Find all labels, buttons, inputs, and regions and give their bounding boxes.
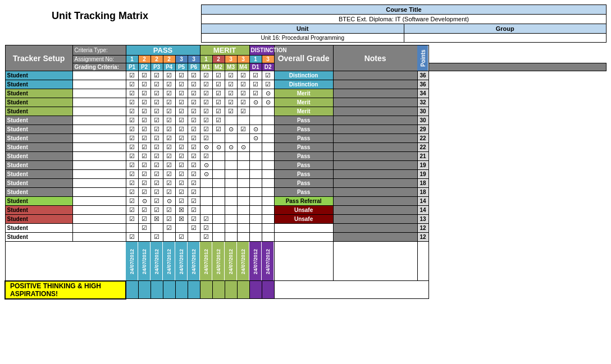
date-cell: 24/07/2012	[138, 242, 151, 281]
notes-cell	[333, 179, 417, 188]
grade-cell: ☑	[175, 80, 188, 89]
overall-grade-cell	[274, 233, 333, 242]
grade-m4: M4	[237, 63, 249, 71]
grade-cell: ☑	[163, 206, 175, 215]
grade-cell	[212, 134, 225, 143]
notes-cell	[333, 224, 417, 233]
grade-cell: ☑	[225, 80, 237, 89]
grade-cell: ☑	[163, 152, 175, 161]
notes-cell	[333, 143, 417, 152]
grade-p3: P3	[151, 63, 163, 71]
grade-cell: ☑	[237, 107, 249, 116]
grade-cell	[200, 206, 212, 215]
criteria-cell	[72, 233, 126, 242]
points-cell: 29	[417, 125, 428, 134]
overall-grade-cell: Pass	[274, 143, 333, 152]
grade-cell: ☑	[138, 152, 151, 161]
notes-cell	[333, 170, 417, 179]
grade-cell: ☑	[138, 134, 151, 143]
grade-cell	[212, 215, 225, 224]
grade-cell	[212, 179, 225, 188]
grade-cell: ☑	[200, 80, 212, 89]
points-cell: 18	[417, 179, 428, 188]
grade-cell: ☑	[188, 152, 200, 161]
grade-cell	[212, 233, 225, 242]
grade-cell	[249, 116, 262, 125]
grade-cell: ☑	[126, 98, 138, 107]
grade-cell: ☑	[126, 170, 138, 179]
grade-cell: ☑	[126, 161, 138, 170]
student-name: Student	[5, 188, 72, 197]
grade-cell: ☑	[126, 206, 138, 215]
overall-grade-cell	[274, 224, 333, 233]
grade-cell	[237, 116, 249, 125]
grade-cell	[237, 188, 249, 197]
criteria-cell	[72, 179, 126, 188]
grade-p4: P4	[163, 63, 175, 71]
overall-grade-cell: Pass	[274, 125, 333, 134]
criteria-cell	[72, 197, 126, 206]
unit-value: Unit 16: Procedural Programming	[202, 34, 404, 43]
grade-cell	[151, 224, 163, 233]
grade-cell: ☒	[175, 215, 188, 224]
points-cell: 30	[417, 116, 428, 125]
grade-cell: ☑	[151, 152, 163, 161]
grade-cell: ☑	[163, 143, 175, 152]
grade-cell: ☑	[138, 206, 151, 215]
grade-cell: ☑	[163, 188, 175, 197]
grade-cell: ⊙	[262, 89, 274, 98]
grade-cell	[212, 197, 225, 206]
points-cell: 22	[417, 134, 428, 143]
grade-cell: ☑	[200, 152, 212, 161]
points-cell: 19	[417, 161, 428, 170]
assign-m2: 2	[212, 56, 225, 63]
points-cell: 14	[417, 197, 428, 206]
grade-m3: M3	[225, 63, 237, 71]
grade-cell: ☑	[151, 179, 163, 188]
grade-cell: ☑	[151, 80, 163, 89]
grade-cell: ☑	[188, 80, 200, 89]
grade-cell: ☒	[151, 215, 163, 224]
grade-cell	[237, 161, 249, 170]
grade-m1: M1	[200, 63, 212, 71]
grade-cell: ☑	[249, 80, 262, 89]
grade-cell: ⊙	[249, 134, 262, 143]
grade-cell	[225, 224, 237, 233]
student-name: Student	[5, 125, 72, 134]
grade-cell: ☑	[188, 188, 200, 197]
overall-grade-cell: Pass	[274, 134, 333, 143]
grade-cell	[249, 197, 262, 206]
student-name: Student	[5, 116, 72, 125]
grade-cell: ⊙	[249, 98, 262, 107]
grade-cell: ☑	[225, 107, 237, 116]
assign-m3: 3	[225, 56, 237, 63]
grade-cell: ☑	[237, 89, 249, 98]
criteria-cell	[72, 215, 126, 224]
grade-cell: ⊙	[200, 143, 212, 152]
grade-cell	[212, 170, 225, 179]
grade-cell: ⊙	[212, 143, 225, 152]
tracker-setup-cell: Tracker Setup	[5, 45, 72, 71]
grading-criteria-label: Grading Criteria:	[72, 63, 126, 71]
grade-cell	[262, 152, 274, 161]
grade-p6: P6	[188, 63, 200, 71]
grade-cell: ☑	[175, 116, 188, 125]
overall-grade-cell: Pass	[274, 188, 333, 197]
grade-cell: ☑	[188, 206, 200, 215]
grade-cell	[262, 134, 274, 143]
grade-cell: ☑	[200, 215, 212, 224]
notes-cell	[333, 233, 417, 242]
grade-p2: P2	[138, 63, 151, 71]
criteria-cell	[72, 107, 126, 116]
grade-cell: ☑	[212, 89, 225, 98]
grade-cell: ⊙	[237, 143, 249, 152]
notes-cell	[333, 206, 417, 215]
grade-cell: ☑	[163, 161, 175, 170]
overall-grade-cell: Distinction	[274, 80, 333, 89]
grade-cell	[225, 179, 237, 188]
grade-cell: ☑	[175, 107, 188, 116]
grade-cell: ☑	[163, 215, 175, 224]
grade-cell: ☑	[151, 161, 163, 170]
student-name: Student	[5, 80, 72, 89]
grade-cell	[225, 116, 237, 125]
